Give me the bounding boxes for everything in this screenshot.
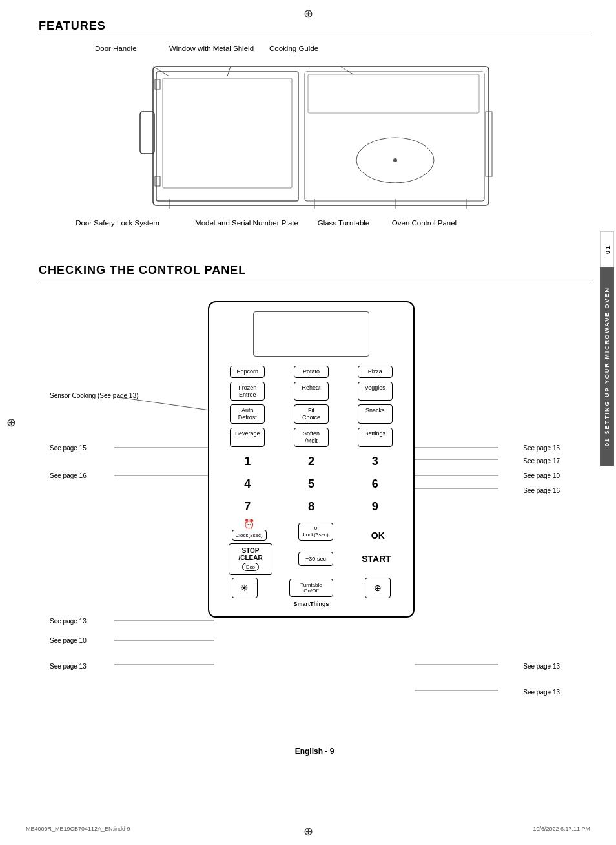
- see-page-16-right-label: See page 16: [523, 487, 560, 494]
- door-safety-label: Door Safety Lock System: [76, 218, 159, 228]
- popcorn-button[interactable]: Popcorn: [230, 366, 265, 378]
- side-tab-white: 01: [600, 231, 614, 267]
- microwave-diagram: Door Handle Window with Metal Shield Coo…: [50, 44, 579, 251]
- num7-button[interactable]: 7: [230, 496, 265, 517]
- see-page-13-right2-label: See page 13: [523, 689, 560, 696]
- veggies-button[interactable]: Veggies: [358, 382, 393, 401]
- svg-rect-1: [156, 72, 298, 201]
- eco-label: Eco: [242, 563, 259, 571]
- display-area: [253, 311, 369, 357]
- soften-melt-button[interactable]: Soften /Melt: [294, 428, 329, 447]
- reheat-button[interactable]: Reheat: [294, 382, 329, 401]
- see-page-15-right-label: See page 15: [523, 444, 560, 452]
- num5-button[interactable]: 5: [294, 474, 329, 495]
- btn-row-1: Popcorn Potato Pizza: [216, 366, 407, 378]
- btn-row-3: Auto Defrost Fit Choice Snacks: [216, 404, 407, 424]
- num1-button[interactable]: 1: [230, 451, 265, 472]
- reg-mark-left: ⊕: [6, 415, 16, 430]
- svg-line-13: [340, 67, 353, 74]
- see-page-10-left-label: See page 10: [50, 637, 87, 644]
- svg-point-8: [393, 158, 397, 162]
- btn-row-4: Beverage Soften /Melt Settings: [216, 428, 407, 447]
- wifi-button[interactable]: ⊕: [365, 578, 391, 598]
- page-number: English - 9: [39, 747, 590, 756]
- smartthings-label: SmartThings: [216, 601, 407, 607]
- settings-button[interactable]: Settings: [358, 428, 393, 447]
- btn-row-2: Frozen Entree Reheat Veggies: [216, 382, 407, 401]
- stop-clear-wrapper: STOP /CLEAR Eco: [229, 543, 272, 575]
- control-panel-section: CHECKING THE CONTROL PANEL Sensor Cookin…: [39, 264, 590, 740]
- see-page-15-left-label: See page 15: [50, 444, 87, 452]
- num4-button[interactable]: 4: [230, 474, 265, 495]
- see-page-10-right-label: See page 10: [523, 472, 560, 479]
- fit-choice-button[interactable]: Fit Choice: [294, 404, 329, 424]
- footer-right: 10/6/2022 6:17:11 PM: [533, 826, 590, 832]
- footer-left: ME4000R_ME19CB704112A_EN.indd 9: [26, 826, 130, 832]
- see-page-16-left-label: See page 16: [50, 472, 87, 479]
- num9-button[interactable]: 9: [358, 496, 393, 517]
- microwave-svg: [101, 60, 502, 215]
- sun-icon: ☀: [240, 583, 249, 593]
- wifi-icon: ⊕: [374, 583, 382, 593]
- plus30-button[interactable]: +30 sec: [298, 552, 333, 566]
- clock-lock-ok-row: ⏰ Clock(3sec) 0 Lock(3sec) OK: [216, 519, 407, 541]
- cooking-guide-label: Cooking Guide: [269, 44, 318, 54]
- stop-clear-button[interactable]: STOP /CLEAR Eco: [229, 543, 272, 575]
- door-handle-label: Door Handle: [95, 44, 137, 54]
- pizza-button[interactable]: Pizza: [358, 366, 393, 378]
- svg-rect-6: [305, 72, 484, 201]
- num-row-1: 1 2 3: [216, 451, 407, 472]
- control-panel-title: CHECKING THE CONTROL PANEL: [39, 264, 590, 280]
- svg-rect-4: [155, 176, 160, 186]
- svg-rect-3: [155, 79, 160, 89]
- control-panel-box: Popcorn Potato Pizza Frozen Entree Rehea…: [208, 301, 415, 618]
- features-title: FEATURES: [39, 19, 590, 36]
- svg-rect-9: [308, 74, 479, 113]
- num3-button[interactable]: 3: [358, 451, 393, 472]
- model-serial-label: Model and Serial Number Plate: [195, 218, 298, 228]
- stop-start-row: STOP /CLEAR Eco +30 sec START: [216, 543, 407, 575]
- num8-button[interactable]: 8: [294, 496, 329, 517]
- turntable-button[interactable]: Turntable On/Off: [289, 579, 333, 597]
- num6-button[interactable]: 6: [358, 474, 393, 495]
- beverage-button[interactable]: Beverage: [230, 428, 265, 447]
- panel-layout: Sensor Cooking (See page 13) See page 15…: [50, 288, 579, 740]
- reg-mark-top: ⊕: [303, 6, 313, 21]
- clock-button[interactable]: Clock(3sec): [232, 530, 267, 541]
- snacks-button[interactable]: Snacks: [358, 404, 393, 424]
- side-tab: 01 01 SETTING UP YOUR MICROWAVE OVEN: [598, 245, 616, 452]
- glass-turntable-label: Glass Turntable: [318, 218, 370, 228]
- num0-button[interactable]: 0 Lock(3sec): [298, 523, 333, 540]
- potato-button[interactable]: Potato: [294, 366, 329, 378]
- svg-rect-0: [153, 67, 489, 205]
- see-page-13-left-label: See page 13: [50, 618, 87, 625]
- bottom-icon-row: ☀ Turntable On/Off ⊕: [216, 578, 407, 598]
- num-row-3: 7 8 9: [216, 496, 407, 517]
- see-page-17-right-label: See page 17: [523, 457, 560, 464]
- side-tab-inner: 01 SETTING UP YOUR MICROWAVE OVEN: [600, 267, 614, 466]
- clock-icon: ⏰: [232, 519, 267, 529]
- num2-button[interactable]: 2: [294, 451, 329, 472]
- see-page-13-left2-label: See page 13: [50, 663, 87, 670]
- frozen-entree-button[interactable]: Frozen Entree: [230, 382, 265, 401]
- window-metal-label: Window with Metal Shield: [169, 44, 254, 54]
- see-page-13-right-label: See page 13: [523, 663, 560, 670]
- start-button[interactable]: START: [359, 554, 394, 564]
- page: ⊕ ⊕ ⊕ ⊕ 01 01 SETTING UP YOUR MICROWAVE …: [0, 0, 616, 845]
- svg-rect-2: [163, 78, 292, 188]
- ok-button[interactable]: OK: [365, 530, 391, 541]
- auto-defrost-button[interactable]: Auto Defrost: [230, 404, 265, 424]
- num-row-2: 4 5 6: [216, 474, 407, 495]
- sensor-cooking-label: Sensor Cooking (See page 13): [50, 391, 138, 400]
- clock-button-wrapper: ⏰ Clock(3sec): [232, 519, 267, 541]
- svg-rect-5: [140, 112, 154, 154]
- oven-control-label: Oven Control Panel: [392, 218, 457, 228]
- sun-button[interactable]: ☀: [232, 578, 258, 598]
- page-footer: ME4000R_ME19CB704112A_EN.indd 9 10/6/202…: [0, 826, 616, 832]
